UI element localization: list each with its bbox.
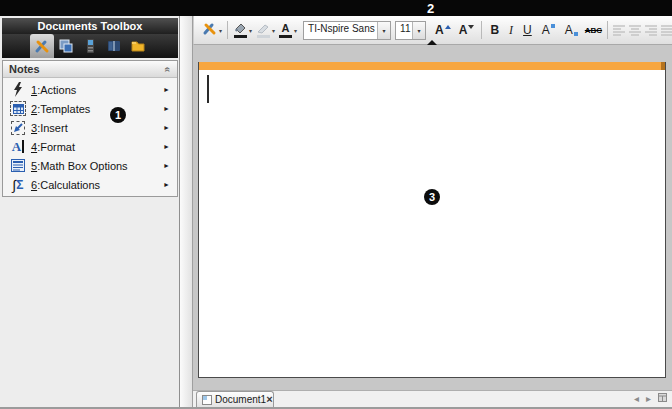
top-bar: 2 bbox=[0, 0, 672, 16]
callout-3: 3 bbox=[424, 189, 440, 205]
italic-button[interactable]: I bbox=[504, 19, 518, 41]
chevron-down-icon[interactable]: ▾ bbox=[412, 22, 425, 39]
prev-tab-icon[interactable]: ◂ bbox=[634, 394, 639, 404]
submenu-arrow-icon: ► bbox=[163, 143, 170, 150]
decrease-font-label: A bbox=[459, 23, 468, 37]
decrease-font-size-button[interactable]: A bbox=[455, 19, 479, 41]
folder-icon bbox=[130, 38, 146, 54]
pages-icon bbox=[58, 38, 74, 54]
document-tab[interactable]: Document1 × bbox=[196, 391, 274, 407]
menu-item-math-box-options[interactable]: 5:Math Box Options ► bbox=[3, 156, 177, 175]
increase-font-size-button[interactable]: A bbox=[431, 19, 455, 41]
menu-item-label: :Calculations bbox=[37, 179, 100, 191]
highlight-color-button[interactable]: ▾ bbox=[254, 19, 277, 41]
close-tab-icon[interactable]: × bbox=[266, 394, 272, 405]
subscript-square-icon bbox=[574, 32, 578, 36]
notes-page-header-end bbox=[661, 62, 665, 70]
integral-sigma-icon: ∫Σ bbox=[9, 177, 27, 193]
toolbox-tab-strip bbox=[2, 34, 178, 58]
superscript-label: A bbox=[542, 23, 550, 37]
collapse-panel-icon[interactable]: « bbox=[163, 66, 174, 72]
format-letter-icon: A bbox=[9, 139, 27, 155]
math-box-list-icon bbox=[9, 158, 27, 174]
calculator-icon bbox=[82, 38, 98, 54]
callout-2: 2 bbox=[427, 1, 434, 16]
menu-item-format[interactable]: A 4:Format ► bbox=[3, 137, 177, 156]
font-family-select[interactable]: TI-Nspire Sans ▾ bbox=[303, 21, 391, 40]
menu-item-actions[interactable]: 1:Actions ► bbox=[3, 80, 177, 99]
text-cursor bbox=[207, 75, 209, 103]
submenu-arrow-icon: ► bbox=[163, 124, 170, 131]
toolbar-separator bbox=[481, 21, 482, 39]
menu-item-calculations[interactable]: ∫Σ 6:Calculations ► bbox=[3, 175, 177, 194]
wrench-screwdriver-icon bbox=[34, 38, 50, 54]
tab-document-tools[interactable] bbox=[30, 34, 54, 58]
templates-grid-icon bbox=[9, 101, 27, 117]
menu-item-templates[interactable]: 2:Templates ► bbox=[3, 99, 177, 118]
submenu-arrow-icon: ► bbox=[163, 105, 170, 112]
notes-menu: 1:Actions ► 2:Templates ► 3:Inse bbox=[3, 78, 177, 194]
menu-item-label: :Format bbox=[37, 141, 75, 153]
align-center-button[interactable] bbox=[627, 19, 643, 41]
text-color-button[interactable]: A ▾ bbox=[277, 19, 299, 41]
menu-item-label: :Templates bbox=[37, 103, 90, 115]
next-tab-icon[interactable]: ▸ bbox=[646, 394, 651, 404]
chevron-down-icon: ▾ bbox=[249, 27, 252, 34]
callout-1: 1 bbox=[110, 107, 126, 123]
menu-item-label: :Insert bbox=[37, 122, 68, 134]
align-right-button[interactable] bbox=[643, 19, 659, 41]
triangle-up-icon bbox=[445, 25, 451, 29]
superscript-square-icon bbox=[551, 24, 555, 28]
insert-arrow-icon bbox=[9, 120, 27, 136]
chevron-down-icon: ▾ bbox=[219, 27, 222, 34]
tab-content-explorer[interactable] bbox=[126, 34, 150, 58]
wrench-screwdriver-icon bbox=[202, 21, 217, 40]
submenu-arrow-icon: ► bbox=[163, 86, 170, 93]
text-color-icon: A bbox=[279, 23, 292, 38]
menu-item-insert[interactable]: 3:Insert ► bbox=[3, 118, 177, 137]
toolbar-separator bbox=[607, 21, 608, 39]
superscript-button[interactable]: A bbox=[537, 19, 560, 41]
menu-item-label: :Actions bbox=[37, 84, 76, 96]
show-all-tabs-icon[interactable] bbox=[658, 393, 667, 404]
document-tools-button[interactable]: ▾ bbox=[200, 19, 224, 41]
menu-item-label: :Math Box Options bbox=[37, 160, 128, 172]
document-icon bbox=[202, 395, 212, 405]
triangle-down-icon bbox=[468, 25, 474, 29]
subscript-button[interactable]: A bbox=[560, 19, 583, 41]
documents-toolbox-sidebar: Documents Toolbox bbox=[0, 16, 180, 407]
highlighter-icon bbox=[256, 23, 270, 38]
document-tab-label: Document1 bbox=[215, 394, 266, 405]
notes-panel-header: Notes « bbox=[3, 61, 177, 78]
notes-panel: Notes « 1:Actions ► 2:Templates ► bbox=[2, 60, 178, 197]
align-left-button[interactable] bbox=[611, 19, 627, 41]
tab-page-sorter[interactable] bbox=[54, 34, 78, 58]
toolbar-separator bbox=[227, 21, 228, 39]
submenu-arrow-icon: ► bbox=[163, 162, 170, 169]
lightning-icon bbox=[9, 82, 27, 98]
strikethrough-button[interactable]: ABC bbox=[583, 19, 604, 41]
chevron-down-icon[interactable]: ▾ bbox=[377, 22, 390, 39]
chevron-down-icon: ▾ bbox=[294, 27, 297, 34]
book-icon bbox=[106, 38, 122, 54]
fill-color-button[interactable]: ▾ bbox=[231, 19, 254, 41]
notes-panel-title: Notes bbox=[9, 63, 40, 75]
sidebar-splitter[interactable] bbox=[180, 16, 193, 407]
main-area: ▾ ▾ ▾ A ▾ TI-Nspire Sans ▾ bbox=[193, 16, 672, 407]
toolbox-title: Documents Toolbox bbox=[2, 18, 178, 34]
font-family-value: TI-Nspire Sans bbox=[304, 22, 377, 39]
subscript-label: A bbox=[565, 23, 573, 37]
chevron-down-icon: ▾ bbox=[272, 27, 275, 34]
submenu-arrow-icon: ► bbox=[163, 181, 170, 188]
paint-bucket-icon bbox=[233, 23, 247, 38]
document-tab-bar: Document1 × ◂ ▸ bbox=[193, 390, 672, 407]
font-size-select[interactable]: 11 ▾ bbox=[395, 21, 426, 40]
tab-smartview-emulator[interactable] bbox=[78, 34, 102, 58]
notes-page[interactable] bbox=[198, 62, 666, 378]
underline-button[interactable]: U bbox=[518, 19, 537, 41]
bold-button[interactable]: B bbox=[485, 19, 504, 41]
tab-utilities[interactable] bbox=[102, 34, 126, 58]
document-workspace: 3 bbox=[193, 45, 672, 390]
font-size-value: 11 bbox=[396, 22, 412, 39]
align-justify-button[interactable] bbox=[659, 19, 672, 41]
